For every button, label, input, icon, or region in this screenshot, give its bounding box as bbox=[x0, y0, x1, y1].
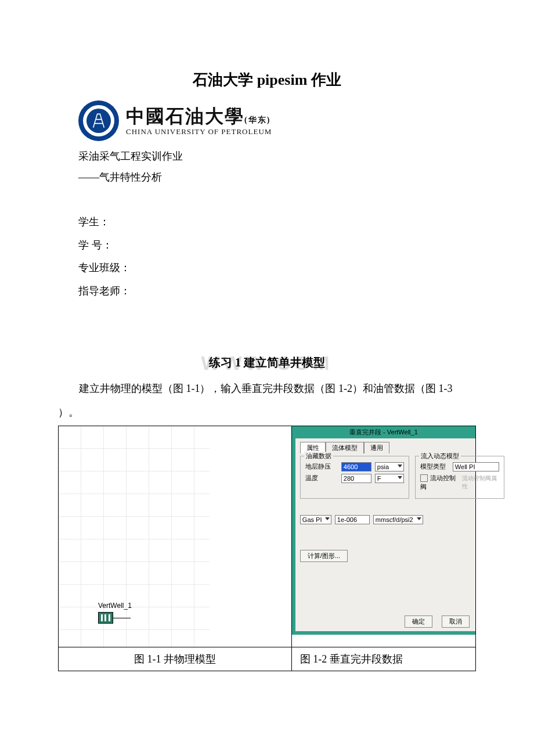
well-connector-line bbox=[113, 618, 131, 618]
figure-table: VertWell_1 垂直完井段 - VertWell_1 bbox=[58, 426, 476, 671]
university-seal-icon bbox=[78, 100, 119, 141]
button-cancel[interactable]: 取消 bbox=[442, 615, 470, 628]
body-paragraph-1: 建立井物理的模型（图 1-1），输入垂直完井段数据（图 1-2）和油管数据（图 … bbox=[58, 379, 476, 398]
university-name-cn: 中國石油大學(华东) bbox=[126, 107, 272, 125]
course-line-1: 采油采气工程实训作业 bbox=[78, 146, 476, 167]
input-model-type[interactable]: Well PI bbox=[453, 462, 499, 471]
link-valve-props: 流动控制阀属性 bbox=[462, 474, 499, 491]
tab-general[interactable]: 通用 bbox=[364, 442, 389, 453]
well-node-icon[interactable] bbox=[98, 612, 113, 624]
combo-ipr-unit[interactable]: mmscf/d/psi2 bbox=[373, 515, 423, 524]
dialog-titlebar: 垂直完井段 - VertWell_1 bbox=[292, 426, 475, 438]
label-temperature: 温度 bbox=[305, 474, 338, 483]
caption-figure-1-2: 图 1-2 垂直完井段数据 bbox=[291, 647, 475, 671]
input-static-pressure[interactable]: 4600 bbox=[341, 462, 371, 471]
unit-static-pressure[interactable]: psia bbox=[375, 462, 404, 471]
info-student-id: 学 号： bbox=[78, 234, 476, 257]
figure-1-1-canvas: VertWell_1 bbox=[59, 426, 210, 647]
vertwell-dialog: 垂直完井段 - VertWell_1 属性 流体模型 通用 油藏数据 bbox=[292, 426, 475, 635]
derrick-icon bbox=[91, 113, 107, 129]
group-reservoir-title: 油藏数据 bbox=[304, 452, 333, 460]
combo-ipr-type[interactable]: Gas PI bbox=[300, 515, 331, 524]
well-node-label: VertWell_1 bbox=[98, 602, 132, 610]
info-teacher: 指导老师： bbox=[78, 280, 476, 303]
unit-temperature[interactable]: F bbox=[375, 474, 404, 483]
group-inflow-model: 流入动态模型 模型类型 Well PI 流动控制阀 流动控制阀属性 bbox=[415, 456, 504, 499]
button-ok[interactable]: 确定 bbox=[405, 615, 432, 628]
input-ipr-value[interactable]: 1e-006 bbox=[335, 515, 370, 524]
group-inflow-title: 流入动态模型 bbox=[419, 452, 461, 460]
info-class: 专业班级： bbox=[78, 257, 476, 280]
course-line-2: ——气井特性分析 bbox=[78, 167, 476, 188]
university-logo-block: 中國石油大學(华东) CHINA UNIVERSITY OF PETROLEUM bbox=[78, 100, 476, 141]
group-reservoir-data: 油藏数据 地层静压 4600 psia 温度 280 bbox=[300, 456, 409, 499]
caption-figure-1-1: 图 1-1 井物理模型 bbox=[59, 647, 292, 671]
input-temperature[interactable]: 280 bbox=[341, 474, 371, 483]
exercise-title: WWW COM 练习 1 建立简单井模型 bbox=[58, 355, 476, 370]
info-student: 学生： bbox=[78, 211, 476, 234]
button-calc-plot[interactable]: 计算/图形... bbox=[300, 550, 348, 562]
checkbox-flow-valve[interactable]: 流动控制阀 bbox=[420, 474, 459, 491]
document-main-title: 石油大学 pipesim 作业 bbox=[58, 70, 476, 90]
label-static-pressure: 地层静压 bbox=[305, 462, 338, 471]
label-model-type: 模型类型 bbox=[420, 462, 449, 471]
university-name-en: CHINA UNIVERSITY OF PETROLEUM bbox=[126, 128, 272, 135]
body-paragraph-2: ）。 bbox=[58, 402, 476, 422]
